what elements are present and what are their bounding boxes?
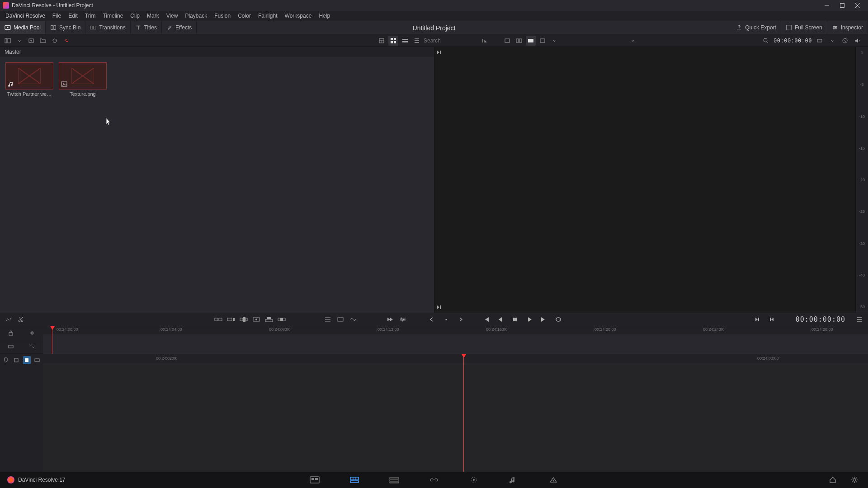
jog-center[interactable]: • bbox=[440, 314, 452, 325]
speaker-button[interactable] bbox=[853, 36, 863, 46]
menu-playback[interactable]: Playback bbox=[181, 11, 211, 21]
viewer-safe-area[interactable] bbox=[538, 36, 547, 46]
search-input[interactable] bbox=[424, 38, 478, 44]
ripple-overwrite-button[interactable] bbox=[239, 314, 249, 324]
viewer-mode-3[interactable] bbox=[526, 36, 536, 46]
quick-export-button[interactable]: Quick Export bbox=[731, 21, 781, 34]
page-fairlight[interactable] bbox=[507, 474, 520, 486]
step-back-button[interactable] bbox=[495, 314, 506, 325]
bin-dropdown[interactable] bbox=[14, 36, 24, 46]
menu-davinci-resolve[interactable]: DaVinci Resolve bbox=[2, 11, 49, 21]
tab-titles[interactable]: Titles bbox=[131, 21, 162, 34]
tool-marker[interactable] bbox=[2, 356, 9, 364]
maximize-button[interactable] bbox=[835, 0, 850, 11]
go-to-next-edit-icon[interactable] bbox=[436, 305, 442, 310]
viewer-mode-2[interactable] bbox=[514, 36, 524, 46]
settings-button[interactable] bbox=[848, 474, 861, 486]
tab-transitions[interactable]: Transitions bbox=[85, 21, 130, 34]
go-to-end-button[interactable] bbox=[538, 314, 550, 325]
tc-dropdown[interactable] bbox=[827, 36, 837, 46]
page-color[interactable] bbox=[467, 474, 480, 486]
clip-item[interactable]: Twitch Partner we… bbox=[5, 62, 53, 97]
place-on-top-button[interactable] bbox=[264, 314, 274, 324]
upper-timeline-track[interactable]: 00:24:00:00 00:24:04:00 00:24:08:00 00:2… bbox=[43, 326, 868, 354]
close-up-button[interactable] bbox=[251, 314, 261, 324]
menu-edit[interactable]: Edit bbox=[65, 11, 81, 21]
import-media-button[interactable] bbox=[26, 36, 36, 46]
loop-button[interactable] bbox=[552, 314, 564, 325]
go-to-next-edit-icon[interactable] bbox=[436, 50, 442, 55]
tool-selected[interactable] bbox=[23, 356, 31, 364]
lower-timeline-track[interactable]: 00:24:02:00 00:24:03:00 bbox=[43, 354, 868, 472]
upper-playhead[interactable] bbox=[52, 326, 52, 354]
tab-effects[interactable]: Effects bbox=[162, 21, 197, 34]
prev-edit-button[interactable] bbox=[766, 314, 778, 325]
page-edit[interactable] bbox=[388, 474, 401, 486]
timeline-sync-button[interactable] bbox=[27, 328, 37, 338]
boring-detector-button[interactable] bbox=[4, 314, 14, 324]
menu-file[interactable]: File bbox=[49, 11, 65, 21]
audio-track-button[interactable] bbox=[27, 342, 37, 352]
source-overwrite-button[interactable] bbox=[277, 314, 287, 324]
menu-view[interactable]: View bbox=[163, 11, 182, 21]
append-button[interactable] bbox=[226, 314, 236, 324]
split-clip-button[interactable] bbox=[16, 314, 26, 324]
timecode-small[interactable]: 00:00:00:00 bbox=[774, 38, 812, 44]
menu-color[interactable]: Color bbox=[234, 11, 255, 21]
next-clip-button[interactable] bbox=[455, 314, 467, 325]
menu-fairlight[interactable]: Fairlight bbox=[255, 11, 281, 21]
viewer-panel[interactable]: 0 -5 -10 -15 -20 -25 -30 -40 -50 bbox=[434, 47, 868, 313]
bypass-fx-button[interactable] bbox=[840, 36, 850, 46]
upper-ruler[interactable]: 00:24:00:00 00:24:04:00 00:24:08:00 00:2… bbox=[43, 326, 868, 334]
strip-view-button[interactable] bbox=[400, 36, 410, 46]
menu-mark[interactable]: Mark bbox=[143, 11, 163, 21]
menu-fusion[interactable]: Fusion bbox=[211, 11, 234, 21]
menu-timeline[interactable]: Timeline bbox=[99, 11, 127, 21]
viewer-mode-1[interactable] bbox=[502, 36, 512, 46]
dynamic-trim-button[interactable] bbox=[335, 314, 345, 324]
fast-review-button[interactable] bbox=[385, 314, 395, 324]
home-button[interactable] bbox=[826, 474, 839, 486]
tab-media-pool[interactable]: Media Pool bbox=[0, 21, 46, 34]
tool-flag[interactable] bbox=[12, 356, 20, 364]
thumbnail-view-button[interactable] bbox=[388, 36, 398, 46]
clip-item[interactable]: Texture.png bbox=[59, 62, 107, 97]
clips-area[interactable]: Twitch Partner we… Texture.png bbox=[0, 57, 434, 313]
page-deliver[interactable] bbox=[547, 474, 560, 486]
timecode-big[interactable]: 00:00:00:00 bbox=[796, 315, 845, 324]
page-cut[interactable] bbox=[348, 474, 361, 486]
tool-snap[interactable] bbox=[33, 356, 41, 364]
next-edit-button[interactable] bbox=[751, 314, 763, 325]
full-screen-button[interactable]: Full Screen bbox=[781, 21, 827, 34]
menu-trim[interactable]: Trim bbox=[81, 11, 99, 21]
viewer-dropdown[interactable] bbox=[628, 36, 638, 46]
list-view-button[interactable] bbox=[412, 36, 422, 46]
play-button[interactable] bbox=[524, 314, 535, 325]
stop-button[interactable] bbox=[509, 314, 521, 325]
close-button[interactable] bbox=[850, 0, 865, 11]
timeline-options[interactable] bbox=[398, 314, 408, 324]
page-media[interactable] bbox=[308, 474, 321, 486]
tab-sync-bin[interactable]: Sync Bin bbox=[46, 21, 85, 34]
clip-thumbnail[interactable] bbox=[5, 62, 53, 89]
menu-clip[interactable]: Clip bbox=[127, 11, 143, 21]
minimize-button[interactable] bbox=[819, 0, 835, 11]
smart-insert-button[interactable] bbox=[213, 314, 223, 324]
bin-list-button[interactable] bbox=[3, 36, 13, 46]
viewer-safe-dropdown[interactable] bbox=[549, 36, 559, 46]
zoom-fit-button[interactable] bbox=[761, 36, 771, 46]
video-track-button[interactable] bbox=[6, 342, 16, 352]
audio-trim-button[interactable] bbox=[348, 314, 358, 324]
sort-button[interactable] bbox=[480, 36, 490, 46]
lower-playhead[interactable] bbox=[463, 354, 464, 472]
clip-thumbnail[interactable] bbox=[59, 62, 107, 89]
metadata-view-button[interactable] bbox=[377, 36, 387, 46]
tools-dropdown[interactable] bbox=[323, 314, 333, 324]
inspector-button[interactable]: Inspector bbox=[827, 21, 868, 34]
menu-workspace[interactable]: Workspace bbox=[281, 11, 316, 21]
menu-help[interactable]: Help bbox=[315, 11, 334, 21]
timeline-lock-button[interactable] bbox=[6, 328, 16, 338]
import-folder-button[interactable] bbox=[38, 36, 48, 46]
go-to-start-button[interactable] bbox=[480, 314, 492, 325]
page-fusion[interactable] bbox=[428, 474, 440, 486]
